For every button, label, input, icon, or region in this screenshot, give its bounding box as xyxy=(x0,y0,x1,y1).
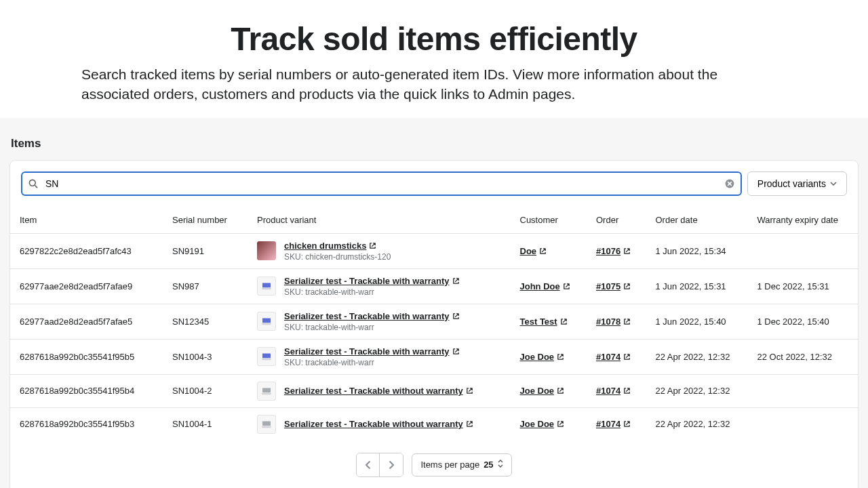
cell-order-date: 1 Jun 2022, 15:31 xyxy=(646,268,748,304)
cell-order-date: 22 Apr 2022, 12:32 xyxy=(646,407,748,441)
cell-warranty xyxy=(748,233,859,268)
customer-link[interactable]: Joe Doe xyxy=(520,386,565,396)
items-table: Item Serial number Product variant Custo… xyxy=(10,207,858,441)
sort-icon xyxy=(498,460,503,470)
variant-link[interactable]: Serializer test - Trackable with warrant… xyxy=(284,311,460,321)
variant-link[interactable]: Serializer test - Trackable with warrant… xyxy=(284,346,460,357)
next-page-button[interactable] xyxy=(380,453,403,476)
cell-serial: SN1004-2 xyxy=(163,374,248,407)
order-link[interactable]: #1074 xyxy=(596,352,631,362)
external-link-icon xyxy=(560,318,568,325)
customer-link[interactable]: Joe Doe xyxy=(520,352,565,362)
cell-item-id: 6287618a992b0c35541f95b4 xyxy=(10,374,163,407)
col-serial: Serial number xyxy=(163,207,248,234)
cell-warranty xyxy=(748,374,859,407)
col-variant: Product variant xyxy=(248,207,511,234)
external-link-icon xyxy=(557,353,564,361)
col-customer: Customer xyxy=(511,207,587,234)
cell-order-date: 1 Jun 2022, 15:34 xyxy=(646,233,748,268)
svg-point-0 xyxy=(29,180,35,186)
items-per-page-value: 25 xyxy=(484,460,493,470)
order-link[interactable]: #1074 xyxy=(596,419,631,429)
table-row: 62977aae2e8d2ead5f7afae9SN987Serializer … xyxy=(10,268,858,304)
cell-warranty: 1 Dec 2022, 15:31 xyxy=(748,268,859,304)
product-thumbnail xyxy=(257,241,276,260)
cell-item-id: 62977aad2e8d2ead5f7afae5 xyxy=(10,304,163,339)
sku-label: SKU: trackable-with-warr xyxy=(284,287,460,297)
caret-down-icon xyxy=(830,180,837,187)
external-link-icon xyxy=(539,247,547,255)
sku-label: SKU: trackable-with-warr xyxy=(284,358,460,367)
product-thumbnail xyxy=(257,277,276,296)
variant-link[interactable]: Serializer test - Trackable without warr… xyxy=(284,419,473,429)
page-subtitle: Search tracked items by serial numbers o… xyxy=(81,64,787,104)
external-link-icon xyxy=(623,420,631,428)
external-link-icon xyxy=(557,420,564,428)
items-card: Product variants Item Serial number Prod… xyxy=(9,160,859,488)
table-row: 6287618a992b0c35541f95b5SN1004-3Serializ… xyxy=(10,339,858,374)
external-link-icon xyxy=(623,387,631,394)
col-item: Item xyxy=(10,207,163,234)
pager xyxy=(356,453,403,477)
cell-serial: SN1004-1 xyxy=(163,407,248,441)
customer-link[interactable]: John Doe xyxy=(520,281,570,291)
external-link-icon xyxy=(623,283,631,290)
items-per-page-label: Items per page xyxy=(420,460,479,470)
customer-link[interactable]: Doe xyxy=(520,246,547,256)
external-link-icon xyxy=(557,387,564,394)
page-title: Track sold items efficiently xyxy=(81,20,787,58)
order-link[interactable]: #1075 xyxy=(596,281,631,291)
external-link-icon xyxy=(452,348,460,355)
cell-warranty xyxy=(748,407,859,441)
cell-serial: SN987 xyxy=(163,268,248,304)
variant-link[interactable]: Serializer test - Trackable with warrant… xyxy=(284,276,460,286)
cell-order-date: 22 Apr 2022, 12:32 xyxy=(646,339,748,374)
table-row: 6287618a992b0c35541f95b4SN1004-2Serializ… xyxy=(10,374,858,407)
variant-link[interactable]: chicken drumsticks xyxy=(284,241,376,251)
product-variants-filter-button[interactable]: Product variants xyxy=(747,171,847,196)
cell-serial: SN1004-3 xyxy=(163,339,248,374)
external-link-icon xyxy=(452,312,460,320)
external-link-icon xyxy=(623,318,631,325)
product-thumbnail xyxy=(257,347,276,366)
col-order: Order xyxy=(587,207,646,234)
cell-item-id: 62977aae2e8d2ead5f7afae9 xyxy=(10,268,163,304)
cell-item-id: 6297822c2e8d2ead5f7afc43 xyxy=(10,233,163,268)
external-link-icon xyxy=(563,283,570,290)
page-size-select[interactable]: Items per page 25 xyxy=(412,453,511,476)
section-title: Items xyxy=(11,137,859,150)
table-row: 6297822c2e8d2ead5f7afc43SN9191chicken dr… xyxy=(10,233,858,268)
col-warranty: Warranty expiry date xyxy=(748,207,859,234)
order-link[interactable]: #1076 xyxy=(596,246,631,256)
cell-order-date: 22 Apr 2022, 12:32 xyxy=(646,374,748,407)
cell-warranty: 1 Dec 2022, 15:40 xyxy=(748,304,859,339)
external-link-icon xyxy=(466,387,473,394)
cell-serial: SN12345 xyxy=(163,304,248,339)
clear-search-icon[interactable] xyxy=(724,178,735,189)
customer-link[interactable]: Test Test xyxy=(520,317,568,327)
external-link-icon xyxy=(466,420,473,428)
external-link-icon xyxy=(452,277,460,285)
product-thumbnail xyxy=(257,312,276,331)
search-icon xyxy=(28,178,39,189)
sku-label: SKU: chicken-drumsticks-120 xyxy=(284,252,391,262)
cell-item-id: 6287618a992b0c35541f95b3 xyxy=(10,407,163,441)
search-input[interactable] xyxy=(21,171,742,196)
cell-order-date: 1 Jun 2022, 15:40 xyxy=(646,304,748,339)
table-row: 6287618a992b0c35541f95b3SN1004-1Serializ… xyxy=(10,407,858,441)
product-thumbnail xyxy=(257,415,276,434)
product-thumbnail xyxy=(257,382,276,401)
cell-serial: SN9191 xyxy=(163,233,248,268)
order-link[interactable]: #1078 xyxy=(596,317,631,327)
external-link-icon xyxy=(623,247,631,255)
cell-item-id: 6287618a992b0c35541f95b5 xyxy=(10,339,163,374)
prev-page-button[interactable] xyxy=(357,453,380,476)
customer-link[interactable]: Joe Doe xyxy=(520,419,565,429)
variant-link[interactable]: Serializer test - Trackable without warr… xyxy=(284,386,473,396)
product-variants-label: Product variants xyxy=(757,178,826,189)
sku-label: SKU: trackable-with-warr xyxy=(284,323,460,332)
col-order-date: Order date xyxy=(646,207,748,234)
svg-line-1 xyxy=(35,186,37,188)
order-link[interactable]: #1074 xyxy=(596,386,631,396)
table-row: 62977aad2e8d2ead5f7afae5SN12345Serialize… xyxy=(10,304,858,339)
